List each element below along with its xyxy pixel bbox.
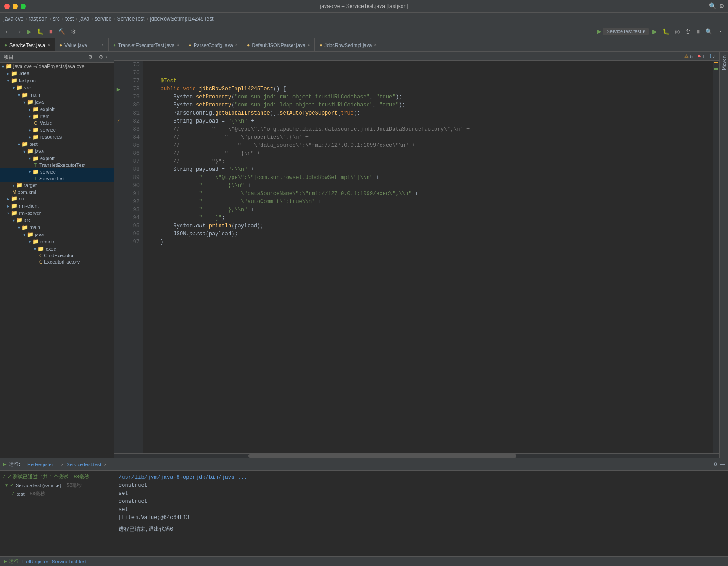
build-button[interactable]: 🔨	[56, 27, 67, 36]
tab-value[interactable]: ● Value.java ×	[55, 38, 109, 51]
comment-5: // "}";	[148, 158, 225, 165]
breadcrumb-java-cve[interactable]: java-cve	[4, 16, 24, 22]
tab-jdbc-row-set[interactable]: ● JdbcRowSetImpl.java ×	[315, 38, 381, 51]
tree-item-test[interactable]: ▾ 📁 test	[0, 140, 114, 148]
run-config-label[interactable]: ServiceTest.test ▾	[603, 28, 649, 35]
more-button[interactable]: ⋮	[716, 27, 725, 36]
sidebar-more-icon[interactable]: ⚙	[99, 54, 103, 60]
test-time-service-test: 58毫秒	[67, 482, 82, 489]
settings-button[interactable]: ⚙	[69, 27, 78, 36]
editor-horizontal-scrollbar[interactable]	[114, 453, 719, 458]
sidebar-collapse-icon[interactable]: ≡	[94, 54, 97, 60]
tree-item-java-test[interactable]: ▾ 📁 java	[0, 148, 114, 155]
tree-item-item[interactable]: ▾ 📁 item	[0, 113, 114, 120]
settings-bottom-icon[interactable]: ⚙	[713, 461, 718, 467]
maven-panel[interactable]: Maven	[719, 52, 728, 458]
sidebar-hide-icon[interactable]: ←	[105, 54, 110, 60]
tree-item-java-cve[interactable]: ▾ 📁 java-cve ~/IdeaProjects/java-cve	[0, 63, 114, 70]
back-button[interactable]: ←	[3, 27, 12, 36]
gutter-90	[114, 182, 123, 190]
breadcrumb-src[interactable]: src	[53, 16, 60, 22]
tree-item-fastjson[interactable]: ▾ 📁 fastjson	[0, 77, 114, 84]
tab-default-json-parser[interactable]: ● DefaultJSONParser.java ×	[242, 38, 315, 51]
tree-item-service-main[interactable]: ▸ 📁 service	[0, 126, 114, 133]
forward-button[interactable]: →	[14, 27, 23, 36]
tree-item-rmi-java[interactable]: ▾ 📁 java	[0, 231, 114, 238]
run-button[interactable]: ▶	[25, 27, 33, 36]
tree-item-rmi-client[interactable]: ▸ 📁 rmi-client	[0, 202, 114, 209]
tree-item-resources[interactable]: ▸ 📁 resources	[0, 133, 114, 140]
tree-item-out[interactable]: ▸ 📁 out	[0, 195, 114, 202]
tree-item-pom[interactable]: M pom.xml	[0, 189, 114, 195]
stop-button[interactable]: ■	[47, 27, 55, 36]
close-bottom-panel[interactable]: —	[720, 461, 725, 467]
tree-item-exec[interactable]: ▾ 📁 exec	[0, 245, 114, 252]
tree-item-idea[interactable]: ▸ 📁 .idea	[0, 70, 114, 77]
tree-item-exploit-test[interactable]: ▾ 📁 exploit	[0, 155, 114, 162]
tree-item-executor-factory[interactable]: C ExecutorFactory	[0, 259, 114, 265]
tree-item-remote[interactable]: ▾ 📁 remote	[0, 238, 114, 245]
close-button[interactable]	[4, 4, 10, 9]
profile-button[interactable]: ⏱	[683, 27, 693, 36]
tab-parser-config-close[interactable]: ×	[235, 43, 238, 47]
breadcrumb-java[interactable]: java	[79, 16, 89, 22]
minimize-button[interactable]	[13, 4, 18, 9]
expand-icon-service-test: ▾	[29, 170, 31, 174]
tree-item-target[interactable]: ▸ 📁 target	[0, 182, 114, 189]
tab-service-test[interactable]: ● ServiceTest.java ×	[0, 38, 55, 51]
ref-register-tab[interactable]: RefRegister	[23, 458, 58, 470]
tree-item-exploit[interactable]: ▸ 📁 exploit	[0, 106, 114, 113]
tree-item-rmi-main[interactable]: ▾ 📁 main	[0, 224, 114, 231]
search-everywhere[interactable]: 🔍	[703, 27, 714, 36]
debug-button-2[interactable]: 🐛	[660, 27, 671, 36]
breadcrumb-service-test[interactable]: ServiceTest	[117, 16, 144, 22]
tree-item-service-test-file[interactable]: T ServiceTest	[0, 175, 114, 182]
service-test-tab[interactable]: ServiceTest.test	[67, 462, 102, 467]
tab-parser-config[interactable]: ● ParserConfig.java ×	[184, 38, 242, 51]
search-icon[interactable]: 🔍	[709, 2, 716, 10]
debug-button[interactable]: 🐛	[35, 27, 46, 36]
run-button-2[interactable]: ▶	[651, 27, 659, 36]
tree-item-main[interactable]: ▾ 📁 main	[0, 91, 114, 98]
breadcrumb-service[interactable]: service	[94, 16, 111, 22]
tree-item-value[interactable]: C Value	[0, 120, 114, 126]
breadcrumb-fastjson[interactable]: fastjson	[29, 16, 47, 22]
tree-item-java[interactable]: ▾ 📁 java	[0, 98, 114, 106]
close-service-test-tab[interactable]: ×	[104, 462, 106, 467]
gutter-92	[114, 198, 123, 206]
sidebar-settings-icon[interactable]: ⚙	[88, 54, 93, 60]
test-item-service-test[interactable]: ▾ ✓ ServiceTest (service) 58毫秒	[2, 481, 112, 489]
test-item-test[interactable]: ✓ test 58毫秒	[2, 489, 112, 498]
breadcrumb-method[interactable]: jdbcRowSetImpl14245Test	[150, 16, 213, 22]
tab-value-close[interactable]: ×	[101, 43, 104, 47]
tree-item-rmi-src[interactable]: ▾ 📁 src	[0, 217, 114, 224]
tab-translet-close[interactable]: ×	[177, 43, 179, 47]
service-main-folder-icon: 📁	[32, 127, 39, 133]
maximize-button[interactable]	[21, 4, 26, 9]
tree-item-src[interactable]: ▾ 📁 src	[0, 84, 114, 91]
tab-jdbc-row-set-close[interactable]: ×	[374, 43, 377, 47]
tree-item-cmd-executor[interactable]: C CmdExecutor	[0, 252, 114, 259]
tab-service-test-close[interactable]: ×	[47, 43, 50, 47]
tree-item-rmi-server[interactable]: ▾ 📁 rmi-server	[0, 209, 114, 217]
rmi-main-label: main	[30, 225, 40, 230]
code-content[interactable]: @Test public void jdbcRowSetImpl14245Tes…	[143, 61, 713, 453]
breadcrumb-test[interactable]: test	[65, 16, 74, 22]
tab-default-json-close[interactable]: ×	[308, 43, 310, 47]
code-editor[interactable]: ⚠ 6 ✖ 1 ℹ 3 ▶ ⚡	[114, 52, 719, 458]
close-ref-register[interactable]: ×	[61, 462, 63, 467]
tree-item-translet[interactable]: T TransletExecutorTest	[0, 162, 114, 168]
settings-icon[interactable]: ⚙	[720, 2, 724, 10]
scrollbar-thumb[interactable]	[248, 454, 516, 458]
tree-item-service-test-folder[interactable]: ▾ 📁 service	[0, 168, 114, 175]
tab-translet[interactable]: ● TransletExecutorTest.java ×	[109, 38, 184, 51]
service-test-status[interactable]: ServiceTest.test	[52, 559, 87, 564]
check-icon-2: ✓	[11, 491, 15, 497]
executor-factory-label: ExecutorFactory	[44, 259, 80, 264]
ref-register-status[interactable]: RefRegister	[22, 559, 48, 564]
stop-button-2[interactable]: ■	[694, 27, 702, 36]
coverage-button[interactable]: ◎	[673, 27, 681, 36]
test-label-tree: test	[30, 141, 38, 147]
resources-label: resources	[40, 134, 62, 140]
gutter-82: ⚡	[114, 117, 123, 125]
